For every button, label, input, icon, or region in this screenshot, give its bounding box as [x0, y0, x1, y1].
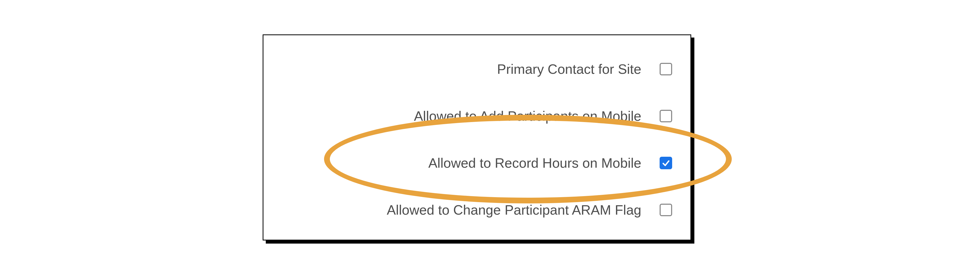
permissions-panel: Primary Contact for Site Allowed to Add …	[262, 35, 691, 240]
setting-row-record-hours-mobile: Allowed to Record Hours on Mobile	[263, 139, 672, 187]
checkbox-add-participants-mobile[interactable]	[660, 110, 672, 122]
setting-label-record-hours-mobile: Allowed to Record Hours on Mobile	[428, 155, 641, 171]
setting-row-add-participants-mobile: Allowed to Add Participants on Mobile	[263, 93, 672, 139]
setting-label-add-participants-mobile: Allowed to Add Participants on Mobile	[414, 108, 641, 124]
setting-label-change-aram-flag: Allowed to Change Participant ARAM Flag	[387, 202, 641, 218]
setting-row-change-aram-flag: Allowed to Change Participant ARAM Flag	[263, 187, 672, 233]
checkbox-change-aram-flag[interactable]	[660, 204, 672, 216]
check-icon	[662, 158, 670, 168]
setting-row-primary-contact: Primary Contact for Site	[263, 46, 672, 93]
setting-label-primary-contact: Primary Contact for Site	[497, 61, 641, 77]
checkbox-primary-contact[interactable]	[660, 63, 672, 75]
checkbox-record-hours-mobile[interactable]	[660, 157, 672, 169]
